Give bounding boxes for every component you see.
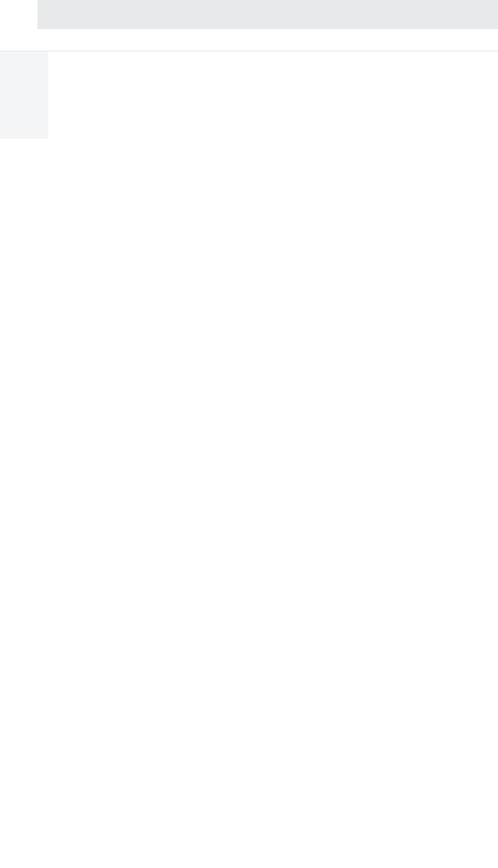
file-tab[interactable] [0, 0, 37, 29]
fold-gutter [37, 51, 48, 138]
tab-bar [0, 0, 498, 29]
code-area[interactable] [48, 51, 498, 138]
code-editor[interactable] [0, 51, 498, 138]
page-title [0, 29, 498, 51]
line-number-gutter [0, 51, 37, 138]
